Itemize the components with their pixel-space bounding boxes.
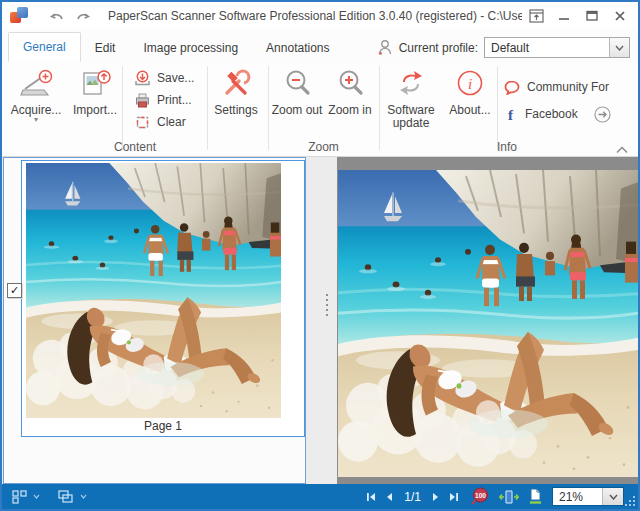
facebook-icon: f [508,107,518,122]
previous-page-button[interactable] [385,492,393,502]
maximize-icon [586,10,598,21]
collapse-ribbon-button[interactable] [616,140,628,158]
clear-button[interactable]: Clear [134,112,204,132]
svg-text:i: i [468,76,472,92]
redo-button[interactable] [72,5,96,27]
resize-grip[interactable] [625,496,635,506]
next-page-icon [432,492,440,502]
import-document-icon [78,66,112,102]
title-bar: PaperScan Scanner Software Professional … [2,2,638,29]
last-page-icon [449,492,459,502]
page-caption: Page 1 [22,419,304,433]
save-button[interactable]: Save... [134,68,204,88]
settings-button[interactable]: Settings [210,66,262,117]
profile-area: Current profile: Default [377,37,638,62]
thumbnail-panel: Page 1 ✓ [3,157,306,484]
page-checkbox[interactable]: ✓ [7,283,22,298]
ribbon-tab-strip: General Edit Image processing Annotation… [2,29,638,62]
community-forum-button[interactable]: Community For [504,78,635,96]
app-icon [10,7,30,25]
ribbon-separator [379,66,380,150]
svg-text:100: 100 [475,492,486,499]
tab-image-processing[interactable]: Image processing [129,34,252,62]
about-button[interactable]: i About... [444,66,496,117]
chevron-down-icon [615,45,624,51]
thumbnail-item-selected[interactable]: Page 1 [21,160,305,437]
ribbon-separator [207,66,208,150]
forum-bubble-icon [504,80,520,95]
software-update-label: Software update [382,104,440,130]
clear-icon [134,114,151,131]
tab-edit[interactable]: Edit [81,34,130,62]
clear-label: Clear [157,115,186,129]
thumbnail-view-button[interactable] [12,490,28,504]
ribbon-separator [497,66,498,150]
facebook-button[interactable]: f Facebook [508,105,588,123]
info-more-button[interactable] [594,106,611,127]
zoom-out-icon [281,66,313,102]
zoom-out-button[interactable]: Zoom out [270,66,324,117]
chevron-down-icon [609,494,618,500]
info-icon: i [455,66,485,102]
next-page-button[interactable] [432,492,440,502]
import-label: Import... [73,104,117,117]
software-update-button[interactable]: Software update [382,66,440,130]
profile-select-value: Default [485,38,609,57]
window-title: PaperScan Scanner Software Professional … [108,9,522,23]
preview-panel [337,157,638,484]
first-page-icon [366,492,376,502]
profile-select[interactable]: Default [484,37,630,58]
main-content: Page 1 ✓ [2,157,638,484]
fit-width-button[interactable] [499,489,519,505]
first-page-button[interactable] [366,492,376,502]
zoom-in-icon [334,66,366,102]
print-button[interactable]: Print... [134,90,204,110]
app-window: PaperScan Scanner Software Professional … [0,0,640,511]
tab-annotations[interactable]: Annotations [252,34,343,62]
import-button[interactable]: Import... [68,66,122,117]
cascade-view-dropdown[interactable] [80,494,87,499]
status-bar: 1/1 100 [2,484,638,509]
page-thumbnail-image[interactable] [26,163,281,418]
ribbon-separator [268,66,269,150]
maximize-button[interactable] [578,5,606,27]
tab-general[interactable]: General [8,32,81,62]
zoom-100-icon: 100 [468,487,490,506]
zoom-level-dropdown-button[interactable] [602,488,623,505]
minimize-icon [558,11,570,21]
settings-tools-icon [220,66,252,102]
thumbnail-view-dropdown[interactable] [33,494,40,499]
print-icon [134,92,151,109]
profile-person-icon [377,39,393,56]
cascade-view-button[interactable] [58,490,75,504]
svg-text:f: f [508,107,514,122]
fit-page-button[interactable] [528,488,543,505]
page-indicator: 1/1 [402,490,423,504]
profile-select-dropdown-button[interactable] [609,38,629,57]
splitter-grip-icon [326,294,328,296]
thumbnail-layout-icon [12,490,28,504]
ribbon-toggle-button[interactable] [522,5,550,27]
ribbon-separator [122,66,123,150]
minimize-button[interactable] [550,5,578,27]
acquire-button[interactable]: Acquire... ▾ [6,66,66,123]
page-preview-image[interactable] [338,170,638,477]
undo-icon [48,10,64,22]
current-profile-label: Current profile: [399,41,478,55]
undo-button[interactable] [44,5,68,27]
software-update-icon [394,66,428,102]
zoom-100-button[interactable]: 100 [468,487,490,506]
zoom-level-select[interactable]: 21% [552,487,624,506]
panel-splitter[interactable] [306,157,337,484]
scanner-icon [19,66,53,102]
print-label: Print... [157,93,192,107]
community-forum-label: Community For [527,80,609,94]
last-page-button[interactable] [449,492,459,502]
facebook-label: Facebook [525,107,578,121]
close-icon [614,10,626,22]
cascade-layout-icon [58,490,75,504]
close-button[interactable] [606,5,634,27]
expand-ribbon-icon [529,9,544,23]
arrow-circle-icon [594,106,611,123]
zoom-in-button[interactable]: Zoom in [326,66,374,117]
